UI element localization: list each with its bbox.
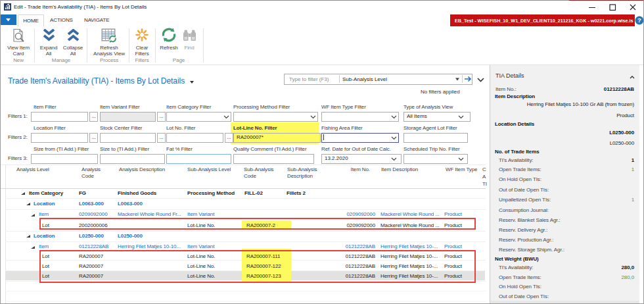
svg-text:?: ?	[637, 16, 641, 24]
